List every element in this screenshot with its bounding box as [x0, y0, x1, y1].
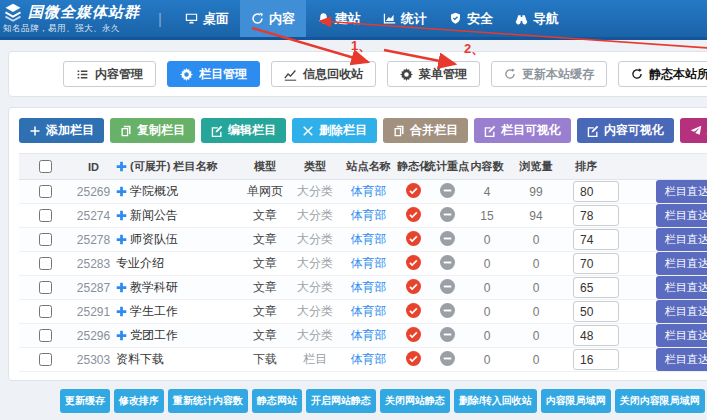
- column-direct-button[interactable]: 栏目直达: [656, 228, 707, 251]
- sort-input[interactable]: [573, 229, 619, 250]
- site-link[interactable]: 体育部: [351, 279, 387, 296]
- column-name-link[interactable]: 学院概况: [130, 183, 178, 200]
- static-enabled-icon[interactable]: [406, 279, 421, 297]
- column-name-link[interactable]: 师资队伍: [130, 231, 178, 248]
- bulk-action-button[interactable]: 开启网站静态: [306, 389, 376, 413]
- site-link[interactable]: 体育部: [351, 231, 387, 248]
- sort-input[interactable]: [573, 253, 619, 274]
- static-enabled-icon[interactable]: [406, 303, 421, 321]
- column-name-link[interactable]: 学生工作: [130, 303, 178, 320]
- nav-item[interactable]: 导航: [504, 0, 570, 37]
- nav-item[interactable]: 建站: [306, 0, 372, 37]
- nav-item[interactable]: 统计: [372, 0, 438, 37]
- expand-plus-icon[interactable]: [116, 306, 127, 317]
- column-direct-button[interactable]: 栏目直达: [656, 276, 707, 299]
- stats-focus-off-icon[interactable]: [440, 303, 455, 321]
- view-count: 0: [511, 281, 561, 295]
- action-button[interactable]: 添加栏目: [19, 118, 104, 143]
- static-enabled-icon[interactable]: [406, 351, 421, 369]
- action-button[interactable]: 发布内容: [680, 118, 707, 143]
- action-button[interactable]: 内容可视化: [577, 118, 674, 143]
- column-name-link[interactable]: 资料下载: [116, 351, 164, 368]
- toolbar-button[interactable]: 信息回收站: [271, 61, 376, 87]
- bulk-action-button[interactable]: 更新缓存: [60, 389, 110, 413]
- static-enabled-icon[interactable]: [406, 207, 421, 225]
- column-direct-button[interactable]: 栏目直达: [656, 252, 707, 275]
- toolbar-button[interactable]: 更新本站缓存: [491, 61, 607, 87]
- expand-plus-icon[interactable]: [116, 282, 127, 293]
- site-link[interactable]: 体育部: [351, 207, 387, 224]
- action-button[interactable]: 删除栏目: [292, 118, 377, 143]
- bulk-action-button[interactable]: 重新统计内容数: [168, 389, 248, 413]
- column-direct-button[interactable]: 栏目直达: [656, 348, 707, 371]
- expand-plus-icon[interactable]: [116, 330, 127, 341]
- sort-input[interactable]: [573, 349, 619, 370]
- stats-focus-off-icon[interactable]: [440, 279, 455, 297]
- bulk-action-button[interactable]: 关闭网站静态: [380, 389, 450, 413]
- sort-input[interactable]: [573, 277, 619, 298]
- row-checkbox[interactable]: [39, 305, 52, 318]
- site-link[interactable]: 体育部: [351, 183, 387, 200]
- bulk-action-button[interactable]: 修改排序: [114, 389, 164, 413]
- nav-item-label: 建站: [335, 10, 361, 28]
- column-name-link[interactable]: 专业介绍: [116, 255, 164, 272]
- stats-focus-off-icon[interactable]: [440, 183, 455, 201]
- static-enabled-icon[interactable]: [406, 327, 421, 345]
- row-checkbox[interactable]: [39, 353, 52, 366]
- toolbar-button[interactable]: 内容管理: [63, 61, 156, 87]
- action-button[interactable]: 栏目可视化: [474, 118, 571, 143]
- row-id: 25274: [71, 209, 116, 223]
- sort-input[interactable]: [573, 181, 619, 202]
- sort-input[interactable]: [573, 205, 619, 226]
- sort-input[interactable]: [573, 325, 619, 346]
- column-name-link[interactable]: 教学科研: [130, 279, 178, 296]
- nav-item[interactable]: 内容: [240, 0, 306, 37]
- bulk-action-button[interactable]: 静态网站: [252, 389, 302, 413]
- stats-focus-off-icon[interactable]: [440, 231, 455, 249]
- stats-focus-off-icon[interactable]: [440, 255, 455, 273]
- row-checkbox[interactable]: [39, 233, 52, 246]
- row-model: 下载: [241, 351, 289, 368]
- bulk-action-button[interactable]: 关闭内容限局域网: [615, 389, 705, 413]
- column-direct-button[interactable]: 栏目直达: [656, 204, 707, 227]
- column-direct-button[interactable]: 栏目直达: [656, 300, 707, 323]
- row-checkbox[interactable]: [39, 209, 52, 222]
- column-direct-button[interactable]: 栏目直达: [656, 180, 707, 203]
- site-link[interactable]: 体育部: [351, 351, 387, 368]
- sort-input[interactable]: [573, 301, 619, 322]
- site-link[interactable]: 体育部: [351, 327, 387, 344]
- expand-plus-icon[interactable]: [116, 234, 127, 245]
- table-row: 25303 资料下载 下载 栏目 体育部: [19, 348, 707, 372]
- nav-item[interactable]: 安全: [438, 0, 504, 37]
- action-button-label: 栏目可视化: [501, 122, 561, 139]
- action-button[interactable]: 合并栏目: [383, 118, 468, 143]
- column-name-link[interactable]: 党团工作: [130, 327, 178, 344]
- stats-focus-off-icon[interactable]: [440, 327, 455, 345]
- row-checkbox[interactable]: [39, 185, 52, 198]
- action-button[interactable]: 编辑栏目: [201, 118, 286, 143]
- static-enabled-icon[interactable]: [406, 255, 421, 273]
- toolbar-button[interactable]: 栏目管理: [167, 61, 260, 87]
- row-checkbox[interactable]: [39, 257, 52, 270]
- site-link[interactable]: 体育部: [351, 303, 387, 320]
- toolbar-button[interactable]: 静态本站所有数据: [618, 61, 707, 87]
- static-enabled-icon[interactable]: [406, 183, 421, 201]
- action-button[interactable]: 复制栏目: [110, 118, 195, 143]
- row-checkbox[interactable]: [39, 281, 52, 294]
- toolbar-button[interactable]: 菜单管理: [387, 61, 480, 87]
- stats-focus-off-icon[interactable]: [440, 207, 455, 225]
- bulk-action-button[interactable]: 内容限局域网: [541, 389, 611, 413]
- select-all-checkbox[interactable]: [39, 160, 52, 173]
- row-checkbox[interactable]: [39, 329, 52, 342]
- copy-icon: [393, 125, 405, 137]
- column-direct-button[interactable]: 栏目直达: [656, 324, 707, 347]
- logo-title: 国微全媒体站群: [28, 3, 140, 22]
- bulk-action-button[interactable]: 删除/转入回收站: [454, 389, 537, 413]
- column-name-link[interactable]: 新闻公告: [130, 207, 178, 224]
- expand-plus-icon[interactable]: [116, 210, 127, 221]
- nav-item[interactable]: 桌面: [174, 0, 240, 37]
- stats-focus-off-icon[interactable]: [440, 351, 455, 369]
- site-link[interactable]: 体育部: [351, 255, 387, 272]
- expand-plus-icon[interactable]: [116, 186, 127, 197]
- static-enabled-icon[interactable]: [406, 231, 421, 249]
